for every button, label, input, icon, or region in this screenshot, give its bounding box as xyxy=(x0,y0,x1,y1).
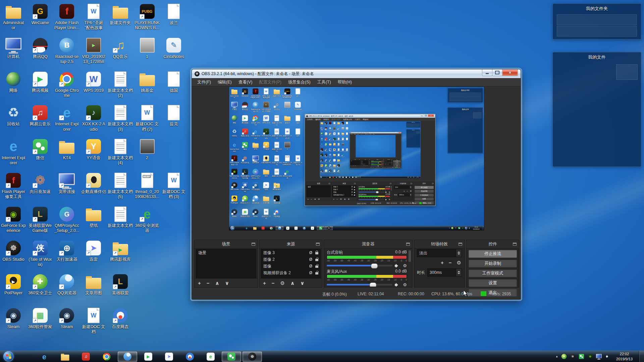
add-scene-button[interactable]: + xyxy=(198,281,201,286)
kt4-folder[interactable]: KT4 xyxy=(54,138,80,161)
qq-music[interactable]: ♫QQ音乐 xyxy=(107,37,133,59)
tray-wechat[interactable] xyxy=(579,354,584,359)
recycle-bin[interactable]: ♻回收站 xyxy=(0,105,26,127)
article-images-folder[interactable]: 文章用图 xyxy=(80,274,107,296)
lock-open-icon[interactable] xyxy=(315,272,318,275)
google-chrome[interactable]: Google Chro me xyxy=(54,71,80,99)
menu-view[interactable]: 查看(V) xyxy=(235,78,256,86)
source-item[interactable]: 图像Ø xyxy=(261,263,320,269)
volume-slider-handle[interactable] xyxy=(371,263,378,268)
mixer-panel-header[interactable]: 混音器 xyxy=(324,240,412,248)
tray-obs[interactable]: ☸ xyxy=(570,354,576,359)
gadget-my-folders[interactable]: 我的文件夹 xyxy=(552,3,641,40)
penguin-live-companion[interactable]: 企鹅直播伴侣 xyxy=(80,172,107,194)
lol[interactable]: L英雄联盟 xyxy=(107,274,133,296)
gadget-folder-row[interactable] xyxy=(557,26,637,37)
lock-open-icon[interactable] xyxy=(315,265,318,268)
gadget-folder-row[interactable] xyxy=(557,14,637,25)
tp6-christmas-doc[interactable]: WTP6-“圣诞 ”配色故事 xyxy=(80,3,107,31)
taskbar-netease-music[interactable]: ♫ xyxy=(76,352,96,362)
wechat[interactable]: 微信 xyxy=(27,138,53,161)
xunlei[interactable]: ➤迅雷 xyxy=(80,240,107,262)
text-doc-4[interactable]: 新建文本文档 (4) xyxy=(107,138,133,166)
volume-slider[interactable] xyxy=(327,265,392,266)
speaker-icon[interactable] xyxy=(395,263,400,268)
tianxing-accelerator[interactable]: ⊕天行加速器 xyxy=(54,240,80,262)
taskbar-wechat[interactable] xyxy=(222,352,241,362)
tencent-qq[interactable]: 腾讯QQ xyxy=(27,37,53,59)
menu-help[interactable]: 帮助(H) xyxy=(334,78,355,86)
controls-panel-header[interactable]: 控件 xyxy=(467,240,519,248)
netease-music[interactable]: ♫网易云音乐 xyxy=(27,105,53,127)
tray-expand-icon[interactable]: ▲ xyxy=(555,355,558,358)
germany-doc[interactable]: 德国 xyxy=(161,71,187,93)
remove-source-button[interactable]: − xyxy=(272,281,275,286)
scene-item[interactable]: 场景 xyxy=(196,249,256,256)
taskbar-xunlei[interactable]: ➤ xyxy=(159,352,179,362)
visibility-hidden-icon[interactable]: Ø xyxy=(309,257,312,262)
scene-down-button[interactable]: ∨ xyxy=(225,281,229,286)
poland-doc[interactable]: 波兰 xyxy=(161,3,187,25)
taskbar-qq-browser[interactable] xyxy=(118,352,137,362)
new-folder[interactable]: 新建文件夹 xyxy=(107,3,133,25)
menu-edit[interactable]: 编辑(E) xyxy=(214,78,235,86)
obs-studio[interactable]: ☸OBS Studio xyxy=(0,240,26,262)
computer[interactable]: 计算机 xyxy=(0,37,26,59)
tale-of-wuxia[interactable]: 侠(Tale of Wux ia) xyxy=(27,240,53,267)
add-source-button[interactable]: + xyxy=(263,281,266,286)
mixer-scrollbar-thumb[interactable] xyxy=(409,250,411,262)
gadget-file-tile[interactable] xyxy=(616,64,638,80)
cintanotes[interactable]: ✎CintaNotes xyxy=(161,37,187,59)
text-doc-3[interactable]: 新建文本文档 (3) xyxy=(107,105,133,132)
geforce-experience[interactable]: ◉GeForce Exp erience xyxy=(0,206,26,234)
taskbar-360-browser[interactable]: e xyxy=(201,352,220,362)
taskbar-clock[interactable]: 22:02 2019/9/13 xyxy=(616,352,633,362)
source-down-button[interactable]: ∨ xyxy=(300,281,304,286)
sunflower-accelerator[interactable]: ❁向日葵加速 xyxy=(27,172,53,194)
taskbar-tencent-video[interactable]: ▶ xyxy=(139,352,158,362)
network[interactable]: 网络 xyxy=(0,71,26,93)
volume-slider-handle[interactable] xyxy=(370,283,376,287)
text-doc-2[interactable]: 新建文本文档 (2) xyxy=(107,71,133,99)
transition-select-spinner[interactable] xyxy=(456,249,462,257)
wps-2019[interactable]: WWPS 2019 xyxy=(80,71,107,93)
pubg[interactable]: PUBGPLAYERUNK NOWN'S B... xyxy=(134,3,160,31)
menu-file[interactable]: 文件(F) xyxy=(194,78,214,86)
photo-1[interactable]: 1 xyxy=(134,37,160,59)
tencent-video-library[interactable]: ▶腾讯影视库 xyxy=(107,240,133,262)
transition-select[interactable]: 淡出 xyxy=(417,249,462,257)
steam[interactable]: ◉Steam xyxy=(0,307,26,329)
text-doc-5[interactable]: 新建文本文档 (5) xyxy=(107,172,133,200)
broadband-connection[interactable]: 宽带连接 xyxy=(54,172,80,194)
sources-panel-header[interactable]: 来源 xyxy=(260,240,322,248)
taskbar-explorer[interactable] xyxy=(55,352,75,362)
settings-button[interactable]: 设置 xyxy=(469,279,517,287)
transition-properties-button[interactable]: ⚙ xyxy=(457,260,461,265)
wallpaper-folder[interactable]: 壁纸 xyxy=(80,206,107,228)
photo-2[interactable]: 2 xyxy=(134,138,160,161)
potplayer[interactable]: ▶PotPlayer xyxy=(0,274,26,296)
add-transition-button[interactable]: + xyxy=(441,260,444,265)
tray-volume[interactable] xyxy=(605,354,610,359)
source-item[interactable]: 图像 2Ø xyxy=(261,256,320,263)
minimize-button[interactable] xyxy=(482,69,492,76)
yy-voice[interactable]: YYY语音 xyxy=(80,138,107,161)
gadget-my-files[interactable]: 我的文件 xyxy=(552,52,641,167)
baidu-netdisk[interactable]: 百度网盘 xyxy=(107,307,133,329)
transitions-panel-header[interactable]: 转场特效 xyxy=(414,240,465,248)
mixer-scrollbar[interactable] xyxy=(408,249,411,286)
qq-browser[interactable]: QQ浏览器 xyxy=(54,274,80,296)
doc-file-2[interactable]: W新建DOC 文 档 (2) xyxy=(134,105,160,132)
speaker-icon[interactable] xyxy=(395,283,400,287)
start-recording-button[interactable]: 开始录制 xyxy=(469,260,517,267)
lol-wegame[interactable]: L英雄联盟We Game版 xyxy=(27,206,53,234)
taskbar-internet-explorer[interactable]: e xyxy=(35,352,54,362)
doc-file-3[interactable]: W新建DOC 文 档 (3) xyxy=(161,172,187,200)
menu-scene-collection[interactable]: 场景集合(S) xyxy=(285,78,314,86)
source-up-button[interactable]: ∧ xyxy=(290,281,294,286)
360-safeguard[interactable]: ✚360安全卫士 xyxy=(27,274,53,296)
lock-open-icon[interactable] xyxy=(315,259,318,261)
mixer-gear-icon[interactable]: ⚙ xyxy=(403,283,407,287)
360-secure-browser[interactable]: e360安全浏览 器 xyxy=(134,206,160,234)
obs-titlebar[interactable]: ☸ OBS 23.2.1 (64-bit, windows) - 配置文件: 未… xyxy=(192,69,521,78)
